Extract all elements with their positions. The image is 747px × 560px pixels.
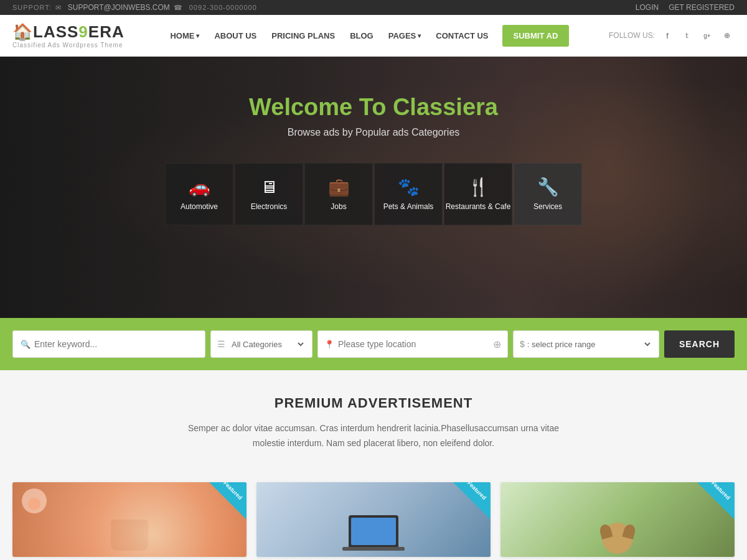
category-services[interactable]: 🔧 Services	[514, 163, 582, 225]
logo-text: 🏠LASS9ERA	[12, 22, 125, 42]
top-bar: SUPPORT: SUPPORT@JOINWEBS.COM 0092-300-0…	[0, 0, 747, 15]
phone-icon	[174, 4, 186, 12]
support-email[interactable]: SUPPORT@JOINWEBS.COM	[68, 3, 170, 12]
submit-ad-button[interactable]: SUBMIT AD	[502, 25, 570, 47]
login-link[interactable]: LOGIN	[636, 3, 659, 12]
hero-title: Welcome To Classiera	[249, 94, 498, 121]
search-icon	[21, 338, 31, 350]
logo[interactable]: 🏠LASS9ERA Classified Ads Wordpress Theme	[12, 22, 125, 49]
hero-title-highlight: Classiera	[393, 94, 498, 120]
automotive-label: Automotive	[181, 202, 218, 212]
location-input-wrap: ⊕	[317, 330, 508, 358]
top-bar-right: LOGIN GET REGISTERED	[636, 3, 735, 12]
facebook-icon[interactable]	[660, 28, 675, 43]
restaurants-label: Restaurants & Cafe	[446, 202, 511, 212]
category-pets[interactable]: 🐾 Pets & Animals	[374, 163, 443, 225]
logo-classiera: LASS	[33, 22, 78, 41]
nav-contact[interactable]: CONTACT US	[430, 26, 494, 45]
keyword-input-wrap	[12, 330, 205, 358]
support-info: SUPPORT: SUPPORT@JOINWEBS.COM 0092-300-0…	[12, 3, 257, 12]
electronics-label: Electronics	[251, 202, 288, 212]
main-nav: HOME ABOUT US PRICING PLANS BLOG PAGES C…	[164, 25, 569, 47]
category-restaurants[interactable]: 🍴 Restaurants & Cafe	[444, 163, 512, 225]
premium-description: Semper ac dolor vitae accumsan. Cras int…	[171, 421, 576, 451]
jobs-icon: 💼	[328, 177, 350, 197]
services-label: Services	[533, 202, 562, 212]
category-automotive[interactable]: 🚗 Automotive	[165, 163, 233, 225]
premium-title: PREMIUM ADVERTISEMENT	[12, 395, 735, 411]
support-phone: 0092-300-0000000	[189, 4, 257, 11]
nav-pricing[interactable]: PRICING PLANS	[265, 26, 341, 45]
pets-label: Pets & Animals	[383, 202, 434, 212]
category-jobs[interactable]: 💼 Jobs	[304, 163, 373, 225]
premium-section: PREMIUM ADVERTISEMENT Semper ac dolor vi…	[0, 370, 747, 482]
category-select-wrap: All Categories	[210, 330, 312, 358]
header: 🏠LASS9ERA Classified Ads Wordpress Theme…	[0, 15, 747, 57]
email-icon	[55, 4, 64, 12]
electronics-icon: 🖥	[260, 177, 278, 197]
automotive-icon: 🚗	[189, 177, 210, 197]
categories-grid: 🚗 Automotive 🖥 Electronics 💼 Jobs 🐾 Pets…	[165, 163, 582, 225]
search-bar: All Categories ⊕ : select price range SE…	[0, 318, 747, 370]
category-electronics[interactable]: 🖥 Electronics	[235, 163, 303, 225]
pinterest-icon[interactable]	[720, 28, 735, 43]
follow-us: FOLLOW US:	[609, 28, 735, 43]
twitter-icon[interactable]	[680, 28, 695, 43]
hero-content: Welcome To Classiera Browse ads by Popul…	[249, 94, 498, 157]
jobs-label: Jobs	[331, 202, 346, 212]
logo-9: 9	[78, 22, 88, 41]
googleplus-icon[interactable]	[700, 28, 715, 43]
ad-card-1: Featured	[12, 482, 247, 557]
support-label: SUPPORT:	[12, 4, 52, 11]
services-icon: 🔧	[537, 177, 559, 197]
gps-icon[interactable]: ⊕	[493, 338, 501, 350]
ad-card-3: Featured	[500, 482, 735, 557]
ad-cards-grid: Featured Featured Featured	[0, 482, 747, 560]
keyword-input[interactable]	[34, 339, 197, 349]
nav-blog[interactable]: BLOG	[344, 26, 380, 45]
dollar-icon	[520, 338, 525, 350]
restaurants-icon: 🍴	[467, 177, 489, 197]
nav-home[interactable]: HOME	[164, 26, 205, 45]
location-input[interactable]	[338, 339, 489, 349]
price-select[interactable]: : select price range	[525, 339, 652, 350]
location-icon	[324, 338, 334, 350]
nav-pages[interactable]: PAGES	[382, 26, 428, 45]
hero-section: Welcome To Classiera Browse ads by Popul…	[0, 57, 747, 318]
price-select-wrap: : select price range	[513, 330, 659, 358]
ad-card-2: Featured	[256, 482, 491, 557]
category-select[interactable]: All Categories	[229, 339, 306, 350]
menu-icon	[217, 338, 225, 350]
search-button[interactable]: SEARCH	[664, 330, 735, 358]
logo-icon: 🏠	[12, 22, 33, 41]
register-link[interactable]: GET REGISTERED	[669, 3, 735, 12]
nav-about[interactable]: ABOUT US	[208, 26, 263, 45]
hero-title-prefix: Welcome To	[249, 94, 393, 120]
logo-era: ERA	[88, 22, 125, 41]
top-bar-left: SUPPORT: SUPPORT@JOINWEBS.COM 0092-300-0…	[12, 3, 257, 12]
pets-icon: 🐾	[398, 177, 420, 197]
hero-subtitle: Browse ads by Popular ads Categories	[249, 127, 498, 138]
logo-subtitle: Classified Ads Wordpress Theme	[12, 42, 125, 49]
follow-label: FOLLOW US:	[609, 31, 655, 40]
